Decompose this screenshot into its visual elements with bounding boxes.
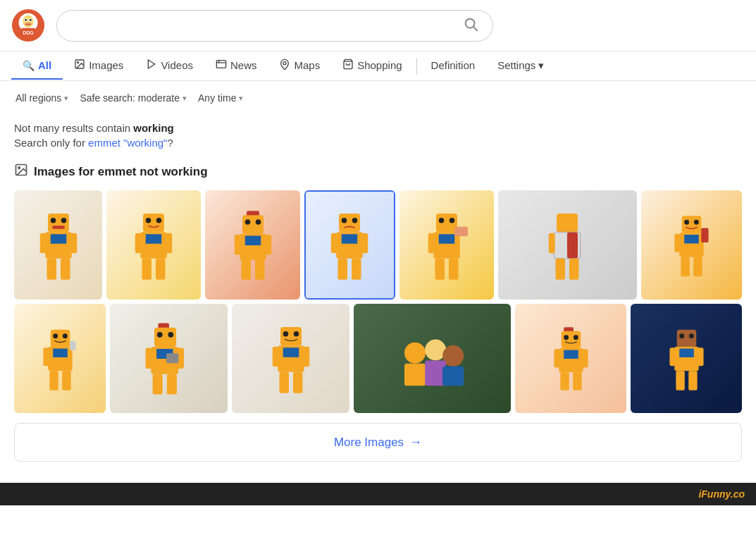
suggestion-link[interactable]: emmet "working" — [88, 137, 167, 149]
svg-rect-100 — [145, 347, 151, 369]
news-icon — [216, 59, 227, 72]
svg-rect-90 — [43, 347, 49, 366]
nav-definition[interactable]: Definition — [420, 52, 487, 80]
image-thumb-12[interactable] — [515, 304, 626, 413]
image-thumb-6[interactable] — [498, 190, 637, 300]
svg-point-123 — [574, 335, 578, 340]
time-filter[interactable]: Any time ▾ — [197, 90, 244, 106]
svg-rect-102 — [166, 353, 178, 363]
image-thumb-2[interactable] — [106, 190, 201, 300]
search-button[interactable] — [460, 16, 481, 35]
image-thumb-4[interactable] — [304, 190, 395, 300]
footer-brand: iFunny.co — [698, 488, 745, 500]
svg-rect-91 — [70, 340, 75, 350]
svg-rect-128 — [560, 372, 569, 390]
svg-rect-119 — [442, 366, 464, 386]
svg-line-12 — [473, 27, 477, 30]
shopping-icon — [342, 59, 354, 72]
images-icon — [74, 59, 85, 72]
svg-point-106 — [283, 331, 289, 337]
svg-point-62 — [439, 218, 445, 223]
videos-icon — [146, 59, 157, 72]
svg-rect-70 — [557, 214, 578, 232]
regions-filter[interactable]: All regions ▾ — [14, 90, 70, 106]
image-thumb-7[interactable] — [641, 190, 742, 300]
safe-search-filter[interactable]: Safe search: moderate ▾ — [78, 90, 188, 106]
nav-settings[interactable]: Settings ▾ — [486, 52, 555, 80]
image-thumb-8[interactable] — [14, 304, 106, 413]
svg-rect-41 — [156, 258, 166, 279]
svg-point-25 — [61, 218, 66, 223]
search-bar: emmet not working — [56, 10, 493, 42]
svg-rect-138 — [688, 371, 697, 390]
svg-rect-38 — [135, 233, 142, 253]
images-section-icon — [14, 163, 28, 180]
svg-rect-67 — [454, 226, 468, 236]
svg-point-131 — [679, 333, 684, 338]
svg-rect-52 — [339, 214, 360, 232]
nav-videos[interactable]: Videos — [135, 51, 204, 80]
nav-maps[interactable]: Maps — [268, 51, 331, 80]
svg-point-14 — [78, 62, 79, 63]
svg-rect-126 — [554, 349, 559, 367]
svg-point-19 — [283, 62, 286, 65]
image-thumb-9[interactable] — [110, 304, 228, 413]
svg-rect-32 — [61, 258, 70, 279]
nav-all[interactable]: 🔍 All — [11, 52, 63, 80]
svg-point-97 — [168, 331, 173, 337]
svg-rect-117 — [404, 363, 426, 386]
svg-rect-93 — [62, 371, 70, 390]
svg-rect-40 — [142, 258, 152, 279]
svg-rect-112 — [279, 371, 289, 393]
svg-rect-48 — [234, 235, 240, 255]
svg-rect-31 — [47, 258, 56, 279]
svg-rect-16 — [216, 61, 225, 68]
svg-rect-136 — [698, 347, 703, 366]
svg-text:DDG: DDG — [23, 30, 34, 35]
ddg-logo[interactable]: DDG — [11, 8, 45, 42]
svg-point-86 — [53, 333, 58, 338]
svg-point-35 — [156, 218, 162, 223]
nav-shopping[interactable]: Shopping — [331, 51, 413, 80]
time-chevron-icon: ▾ — [239, 94, 243, 103]
image-row-2 — [14, 304, 742, 413]
nav-images[interactable]: Images — [63, 51, 135, 80]
svg-rect-71 — [567, 232, 578, 259]
svg-rect-73 — [549, 233, 555, 253]
svg-rect-30 — [70, 233, 77, 253]
svg-marker-15 — [149, 60, 155, 68]
svg-rect-110 — [273, 346, 279, 367]
no-results-message: Not many results contain working — [14, 122, 742, 134]
svg-rect-84 — [693, 257, 702, 277]
svg-point-114 — [404, 342, 426, 363]
svg-rect-43 — [242, 215, 264, 233]
svg-rect-49 — [265, 235, 271, 255]
image-row-1 — [14, 190, 742, 300]
footer-bar: iFunny.co — [0, 483, 756, 505]
svg-rect-66 — [428, 233, 435, 253]
search-input[interactable]: emmet not working — [68, 18, 460, 32]
svg-rect-50 — [241, 260, 251, 280]
svg-rect-80 — [684, 235, 699, 243]
images-section-header: Images for emmet not working — [14, 163, 742, 180]
svg-rect-129 — [573, 372, 581, 390]
svg-point-54 — [352, 218, 358, 223]
regions-chevron-icon: ▾ — [64, 94, 68, 103]
svg-rect-92 — [49, 371, 58, 390]
nav-news[interactable]: News — [204, 51, 268, 80]
more-images-button[interactable]: More Images → — [14, 423, 742, 462]
image-thumb-3[interactable] — [205, 190, 299, 300]
svg-point-77 — [684, 220, 689, 225]
image-thumb-5[interactable] — [399, 190, 494, 300]
image-thumb-13[interactable] — [631, 304, 742, 413]
svg-rect-39 — [166, 233, 173, 253]
svg-rect-51 — [255, 260, 265, 280]
svg-rect-76 — [682, 216, 702, 233]
svg-rect-134 — [679, 348, 694, 357]
svg-rect-130 — [676, 329, 696, 346]
image-thumb-10[interactable] — [232, 304, 349, 413]
image-thumb-1[interactable] — [14, 190, 102, 300]
svg-rect-113 — [293, 371, 303, 393]
image-thumb-11[interactable] — [354, 304, 511, 413]
nav: 🔍 All Images Videos News Maps Shopping D… — [0, 51, 756, 81]
